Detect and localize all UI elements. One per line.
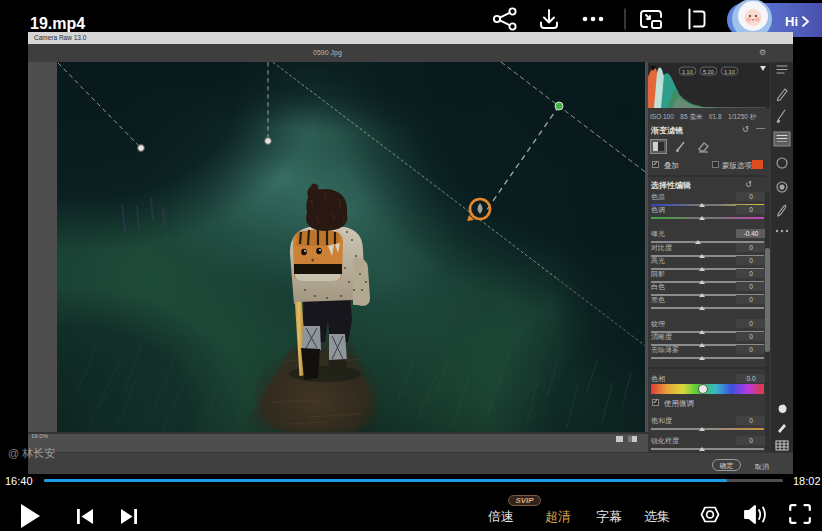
svg-text:5.20: 5.20 [703, 69, 714, 75]
svg-text:1.10: 1.10 [724, 69, 735, 75]
svg-text:1.10: 1.10 [682, 69, 693, 75]
